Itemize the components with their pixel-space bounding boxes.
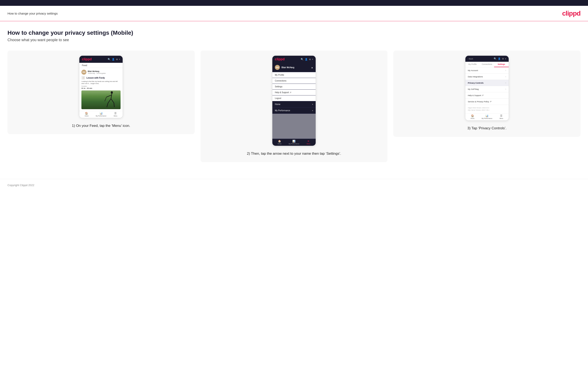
- avatar: BM: [81, 70, 86, 75]
- menu-section-performance[interactable]: My Performance ▾: [272, 108, 316, 114]
- menu-item-connections[interactable]: Connections: [272, 78, 316, 84]
- feed-ghost: [272, 114, 316, 139]
- search-icon-3[interactable]: 🔍: [494, 57, 497, 60]
- settings-item-golf-bag-label: My Golf Bag: [468, 88, 479, 90]
- settings-item-golf-bag[interactable]: My Golf Bag ›: [465, 86, 509, 92]
- nav-performance-2[interactable]: 📊 My Performance: [287, 140, 301, 144]
- menu-user-left: BM Blair McHarg: [275, 65, 294, 70]
- chevron-right-icon-3: ›: [505, 69, 506, 72]
- phone-2-logo: clippd: [275, 57, 285, 61]
- feed-user-info: Blair McHarg Yesterday · Sunningdale: [88, 70, 105, 74]
- phone-1-bottom-nav: 🏠 Home 📊 My Performance ☰ Menu: [79, 111, 123, 118]
- feed-duration-label: Duration: [81, 85, 121, 87]
- chevron-up-icon[interactable]: ▲: [311, 66, 313, 69]
- chevron-down-icon-3[interactable]: ▾: [505, 58, 506, 60]
- feed-user-sub: Yesterday · Sunningdale: [88, 72, 105, 74]
- menu-section-home-label: Home: [275, 103, 280, 105]
- chevron-right-icon-6: ›: [505, 88, 506, 90]
- svg-line-7: [105, 97, 106, 101]
- nav-home-3[interactable]: 🏠 Home: [465, 114, 480, 119]
- nav-performance[interactable]: 📊 My Performance: [94, 112, 108, 117]
- feed-lesson-row: 📋 Lesson with Fordy: [81, 76, 121, 80]
- settings-item-service-label: Service & Privacy Policy ↗: [468, 100, 491, 103]
- chart-icon-2: 📊: [292, 140, 295, 143]
- settings-icon-2[interactable]: ⊕: [309, 58, 311, 61]
- settings-item-account[interactable]: My Account ›: [465, 67, 509, 74]
- feed-duration: 01 hr : 30 min: [81, 87, 121, 89]
- logo: clippd: [562, 9, 580, 17]
- menu-item-profile[interactable]: My Profile: [272, 72, 316, 78]
- nav-menu[interactable]: ☰ Menu: [108, 112, 123, 117]
- user-icon[interactable]: 👤: [112, 58, 115, 61]
- close-icon: ✕: [307, 140, 309, 143]
- phone-2-icons: 🔍 👤 ⊕ ▾: [301, 58, 313, 61]
- chevron-right-icon-4: ›: [505, 75, 506, 78]
- feed-user-row: BM Blair McHarg Yesterday · Sunningdale: [81, 70, 121, 75]
- phone-3-icons: 🔍 👤 ⊕ ▾: [494, 57, 506, 60]
- settings-icon-3[interactable]: ⊕: [502, 57, 504, 60]
- settings-item-privacy-label: Privacy Controls: [468, 82, 484, 84]
- settings-item-data[interactable]: Data Integrations ›: [465, 74, 509, 80]
- settings-item-data-label: Data Integrations: [468, 75, 483, 78]
- search-icon[interactable]: 🔍: [108, 58, 111, 61]
- nav-performance-3[interactable]: 📊 My Performance: [480, 114, 494, 119]
- settings-item-help[interactable]: Help & Support ↗: [465, 92, 509, 99]
- top-bar: [0, 0, 588, 6]
- nav-home-2[interactable]: 🏠 Home: [272, 140, 287, 144]
- main-content: How to change your privacy settings (Mob…: [0, 21, 588, 175]
- menu-user-row[interactable]: BM Blair McHarg ▲: [272, 63, 316, 72]
- settings-item-help-label: Help & Support ↗: [468, 94, 484, 96]
- phone-2-mockup: clippd 🔍 👤 ⊕ ▾ BM Blair McHarg: [272, 56, 316, 146]
- page-subtitle: Choose what you want people to see: [8, 38, 580, 42]
- user-icon-2[interactable]: 👤: [305, 58, 308, 61]
- settings-item-privacy[interactable]: Privacy Controls ›: [465, 80, 509, 86]
- phone-3-header: ‹ Back 🔍 👤 ⊕ ▾: [465, 56, 509, 62]
- back-button[interactable]: ‹ Back: [468, 58, 473, 60]
- chevron-down-icon-2[interactable]: ▾: [312, 58, 313, 60]
- nav-home[interactable]: 🏠 Home: [79, 112, 94, 117]
- menu-icon: ☰: [114, 112, 117, 115]
- phone-1-header: clippd 🔍 👤 ⊕ ▾: [79, 56, 123, 63]
- tab-settings[interactable]: Settings: [494, 62, 509, 67]
- phone-3-bottom-nav: 🏠 Home 📊 My Performance ☰ Menu: [465, 113, 509, 120]
- user-icon-3[interactable]: 👤: [498, 57, 501, 60]
- feed-label: Feed: [79, 63, 123, 68]
- nav-menu-label-2: Menu: [307, 143, 311, 144]
- menu-icon-3: ☰: [500, 114, 502, 117]
- menu-item-logout[interactable]: Logout: [272, 95, 316, 101]
- menu-section-performance-label: My Performance: [275, 109, 290, 112]
- header: How to change your privacy settings clip…: [0, 6, 588, 21]
- settings-tabs: My Profile Connections Settings: [465, 62, 509, 67]
- menu-item-settings[interactable]: Settings: [272, 84, 316, 90]
- step-2-card: clippd 🔍 👤 ⊕ ▾ BM Blair McHarg: [200, 50, 388, 162]
- settings-icon[interactable]: ⊕: [116, 58, 118, 61]
- nav-menu-close[interactable]: ✕ Menu: [301, 140, 316, 144]
- tab-my-profile[interactable]: My Profile: [465, 62, 480, 67]
- chevron-right-icon-5: ›: [505, 82, 506, 84]
- phone-2-header: clippd 🔍 👤 ⊕ ▾: [272, 56, 316, 63]
- menu-user-name: Blair McHarg: [282, 66, 294, 69]
- nav-menu-label: Menu: [114, 115, 117, 117]
- svg-line-5: [114, 103, 114, 107]
- menu-section-home[interactable]: Home ▾: [272, 101, 316, 108]
- step-1-card: clippd 🔍 👤 ⊕ ▾ Feed BM Blair McHar: [8, 50, 195, 134]
- search-icon-2[interactable]: 🔍: [301, 58, 303, 61]
- nav-performance-label-3: My Performance: [482, 118, 492, 119]
- feed-text: Looking to feel like my hands are exitin…: [81, 81, 121, 85]
- menu-item-help[interactable]: Help & Support ↗: [272, 90, 316, 95]
- tab-connections[interactable]: Connections: [480, 62, 494, 67]
- settings-version: Clippd Client Version: 2022.8.3-3GQL Ser…: [465, 105, 509, 113]
- footer-copyright: Copyright Clippd 2022: [8, 184, 34, 187]
- settings-item-service[interactable]: Service & Privacy Policy ↗: [465, 99, 509, 105]
- nav-menu-3[interactable]: ☰ Menu: [494, 114, 509, 119]
- chevron-down-icon[interactable]: ▾: [119, 58, 120, 60]
- phone-1-mockup: clippd 🔍 👤 ⊕ ▾ Feed BM Blair McHar: [79, 56, 123, 118]
- step-3-caption: 3) Tap ‘Privacy Controls’.: [467, 125, 507, 131]
- phone-2-bottom-nav: 🏠 Home 📊 My Performance ✕ Menu: [272, 139, 316, 146]
- svg-line-2: [108, 99, 111, 103]
- settings-item-account-label: My Account: [468, 69, 478, 72]
- lesson-title: Lesson with Fordy: [86, 77, 105, 79]
- svg-point-0: [111, 91, 113, 94]
- nav-performance-label: My Performance: [96, 115, 106, 117]
- home-icon-2: 🏠: [278, 140, 281, 143]
